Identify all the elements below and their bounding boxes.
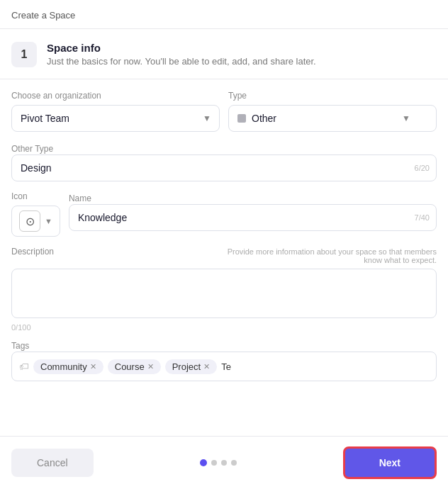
page-title: Create a Space	[11, 10, 75, 21]
icon-box: ⊙	[19, 210, 40, 232]
next-button[interactable]: Next	[343, 446, 437, 479]
name-group: Name 7/40	[69, 191, 437, 231]
desc-textarea[interactable]	[11, 269, 437, 318]
tag-chip-community: Community ✕	[33, 359, 103, 374]
icon-name-row: Icon ⊙ ▼ Name 7/40	[11, 191, 437, 237]
type-label: Type	[228, 91, 437, 101]
desc-label-row: Description Provide more information abo…	[11, 247, 437, 264]
other-type-section: Other Type 6/20	[11, 142, 437, 181]
top-bar: Create a Space	[0, 0, 448, 29]
dot-1	[200, 459, 207, 466]
type-value: Other	[252, 113, 276, 124]
description-section: Description Provide more information abo…	[11, 247, 437, 332]
name-counter: 7/40	[415, 213, 430, 222]
desc-counter: 0/100	[11, 323, 437, 332]
step-description: Just the basics for now. You'll be able …	[47, 56, 316, 67]
bottom-bar: Cancel Next	[0, 436, 448, 489]
type-group: Type Other ▼	[228, 91, 437, 132]
tags-section: Tags 🏷 Community ✕ Course ✕ Project ✕	[11, 339, 437, 381]
other-type-input[interactable]	[11, 154, 437, 181]
type-select-wrapper[interactable]: Other ▼	[228, 105, 437, 132]
icon-group: Icon ⊙ ▼	[11, 191, 60, 237]
name-input-wrapper: 7/40	[69, 204, 437, 231]
org-select[interactable]: Pivot Team	[11, 105, 220, 132]
tag-chip-course: Course ✕	[108, 359, 161, 374]
other-type-label: Other Type	[11, 144, 53, 154]
step-info: Space info Just the basics for now. You'…	[47, 42, 316, 67]
step-heading: Space info	[47, 42, 316, 54]
icon-chevron-icon: ▼	[45, 217, 52, 225]
other-type-input-wrapper: 6/20	[11, 154, 437, 181]
name-label: Name	[69, 193, 91, 203]
tag-project-label: Project	[172, 361, 201, 372]
step-number: 1	[11, 42, 37, 67]
dot-2	[211, 460, 217, 466]
form-area: Choose an organization Pivot Team ▼ Type…	[0, 79, 448, 381]
org-type-row: Choose an organization Pivot Team ▼ Type…	[11, 91, 437, 132]
icon-symbol: ⊙	[26, 215, 35, 228]
org-group: Choose an organization Pivot Team ▼	[11, 91, 220, 132]
tag-course-label: Course	[115, 361, 145, 372]
dot-3	[221, 460, 227, 466]
tag-course-remove[interactable]: ✕	[147, 363, 154, 371]
type-dot-icon	[237, 114, 246, 123]
cancel-button[interactable]: Cancel	[11, 449, 94, 477]
dot-4	[231, 460, 237, 466]
icon-label: Icon	[11, 191, 60, 201]
name-input[interactable]	[69, 204, 437, 231]
org-label: Choose an organization	[11, 91, 220, 101]
icon-picker[interactable]: ⊙ ▼	[11, 206, 60, 237]
tag-chip-project: Project ✕	[165, 359, 217, 374]
type-chevron-icon: ▼	[402, 113, 410, 123]
tags-box[interactable]: 🏷 Community ✕ Course ✕ Project ✕	[11, 352, 437, 381]
type-select[interactable]: Other ▼	[228, 105, 437, 132]
tag-community-label: Community	[40, 361, 87, 372]
tags-label: Tags	[11, 341, 29, 351]
desc-label: Description	[11, 247, 54, 257]
tag-icon: 🏷	[19, 361, 29, 372]
pagination-dots	[200, 459, 237, 466]
org-select-wrapper[interactable]: Pivot Team ▼	[11, 105, 220, 132]
tag-input[interactable]	[221, 361, 340, 372]
step-section: 1 Space info Just the basics for now. Yo…	[0, 29, 448, 79]
tag-project-remove[interactable]: ✕	[203, 363, 210, 371]
other-type-counter: 6/20	[415, 164, 430, 172]
desc-hint: Provide more information about your spac…	[224, 247, 437, 264]
tag-community-remove[interactable]: ✕	[90, 363, 96, 371]
